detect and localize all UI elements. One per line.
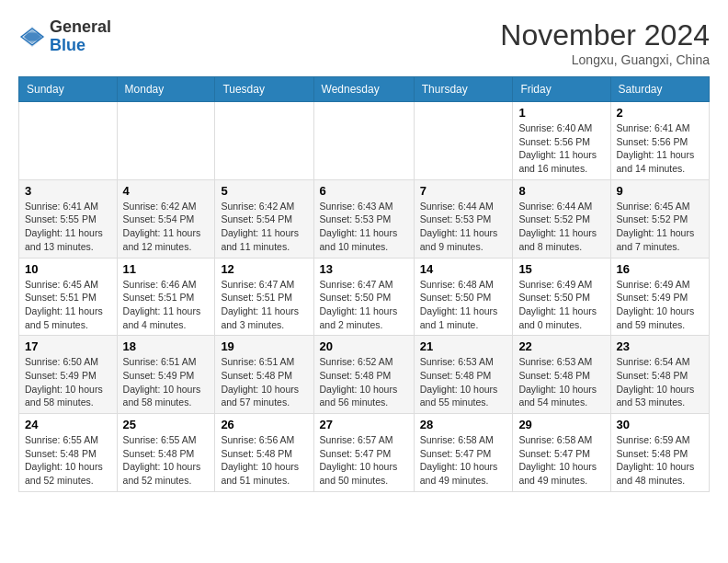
calendar-cell: 26Sunrise: 6:56 AM Sunset: 5:48 PM Dayli… <box>215 414 313 492</box>
calendar-cell: 20Sunrise: 6:52 AM Sunset: 5:48 PM Dayli… <box>313 336 414 414</box>
day-info: Sunrise: 6:47 AM Sunset: 5:51 PM Dayligh… <box>221 278 307 332</box>
calendar-cell: 11Sunrise: 6:46 AM Sunset: 5:51 PM Dayli… <box>117 258 215 336</box>
header-day-sunday: Sunday <box>19 77 118 102</box>
calendar-cell: 7Sunrise: 6:44 AM Sunset: 5:53 PM Daylig… <box>414 179 513 258</box>
day-info: Sunrise: 6:57 AM Sunset: 5:47 PM Dayligh… <box>320 433 408 488</box>
calendar-header: SundayMondayTuesdayWednesdayThursdayFrid… <box>19 77 710 102</box>
location: Longxu, Guangxi, China <box>500 52 710 67</box>
day-number: 25 <box>123 418 210 431</box>
calendar-cell <box>19 102 118 180</box>
calendar-cell: 3Sunrise: 6:41 AM Sunset: 5:55 PM Daylig… <box>19 179 118 258</box>
day-number: 5 <box>221 184 307 198</box>
day-info: Sunrise: 6:45 AM Sunset: 5:52 PM Dayligh… <box>617 200 703 254</box>
day-number: 30 <box>617 418 703 431</box>
calendar-cell: 19Sunrise: 6:51 AM Sunset: 5:48 PM Dayli… <box>215 336 313 414</box>
calendar-cell: 5Sunrise: 6:42 AM Sunset: 5:54 PM Daylig… <box>215 179 313 258</box>
calendar-cell: 17Sunrise: 6:50 AM Sunset: 5:49 PM Dayli… <box>19 336 118 414</box>
day-number: 15 <box>518 262 604 276</box>
calendar-cell: 18Sunrise: 6:51 AM Sunset: 5:49 PM Dayli… <box>117 336 215 414</box>
calendar-cell: 28Sunrise: 6:58 AM Sunset: 5:47 PM Dayli… <box>414 414 513 492</box>
calendar-week-2: 3Sunrise: 6:41 AM Sunset: 5:55 PM Daylig… <box>19 179 710 258</box>
day-number: 27 <box>320 418 408 431</box>
logo-general: General <box>50 17 111 36</box>
calendar-cell: 29Sunrise: 6:58 AM Sunset: 5:47 PM Dayli… <box>513 414 610 492</box>
calendar-cell: 2Sunrise: 6:41 AM Sunset: 5:56 PM Daylig… <box>610 102 709 180</box>
day-number: 18 <box>123 339 210 353</box>
calendar-cell: 8Sunrise: 6:44 AM Sunset: 5:52 PM Daylig… <box>513 179 610 258</box>
day-info: Sunrise: 6:47 AM Sunset: 5:50 PM Dayligh… <box>320 278 408 332</box>
day-info: Sunrise: 6:44 AM Sunset: 5:52 PM Dayligh… <box>518 200 604 254</box>
day-number: 3 <box>25 184 111 198</box>
month-title: November 2024 <box>500 18 710 52</box>
calendar-cell: 1Sunrise: 6:40 AM Sunset: 5:56 PM Daylig… <box>513 102 610 180</box>
day-number: 29 <box>518 418 604 431</box>
day-info: Sunrise: 6:58 AM Sunset: 5:47 PM Dayligh… <box>420 433 507 488</box>
logo: General Blue <box>18 18 111 55</box>
logo-icon <box>18 23 46 51</box>
day-number: 1 <box>518 106 604 120</box>
day-number: 11 <box>123 262 210 276</box>
calendar-cell: 30Sunrise: 6:59 AM Sunset: 5:48 PM Dayli… <box>610 414 709 492</box>
calendar-cell: 25Sunrise: 6:55 AM Sunset: 5:48 PM Dayli… <box>117 414 215 492</box>
day-number: 19 <box>221 339 307 353</box>
day-number: 26 <box>221 418 307 431</box>
day-number: 8 <box>518 184 604 198</box>
calendar-cell <box>414 102 513 180</box>
calendar-cell: 22Sunrise: 6:53 AM Sunset: 5:48 PM Dayli… <box>513 336 610 414</box>
calendar-cell: 16Sunrise: 6:49 AM Sunset: 5:49 PM Dayli… <box>610 258 709 336</box>
day-number: 7 <box>420 184 507 198</box>
day-info: Sunrise: 6:54 AM Sunset: 5:48 PM Dayligh… <box>617 355 703 409</box>
calendar-cell: 14Sunrise: 6:48 AM Sunset: 5:50 PM Dayli… <box>414 258 513 336</box>
logo-blue: Blue <box>50 36 85 54</box>
calendar-week-4: 17Sunrise: 6:50 AM Sunset: 5:49 PM Dayli… <box>19 336 710 414</box>
header-day-friday: Friday <box>513 77 610 102</box>
calendar-cell <box>117 102 215 180</box>
calendar-cell: 21Sunrise: 6:53 AM Sunset: 5:48 PM Dayli… <box>414 336 513 414</box>
day-number: 24 <box>25 418 111 431</box>
calendar-body: 1Sunrise: 6:40 AM Sunset: 5:56 PM Daylig… <box>19 102 710 492</box>
day-info: Sunrise: 6:43 AM Sunset: 5:53 PM Dayligh… <box>320 200 408 254</box>
day-number: 9 <box>617 184 703 198</box>
logo-text: General Blue <box>50 18 111 55</box>
calendar-cell: 6Sunrise: 6:43 AM Sunset: 5:53 PM Daylig… <box>313 179 414 258</box>
calendar-cell: 10Sunrise: 6:45 AM Sunset: 5:51 PM Dayli… <box>19 258 118 336</box>
day-info: Sunrise: 6:46 AM Sunset: 5:51 PM Dayligh… <box>123 278 210 332</box>
calendar-week-3: 10Sunrise: 6:45 AM Sunset: 5:51 PM Dayli… <box>19 258 710 336</box>
calendar-cell <box>313 102 414 180</box>
day-info: Sunrise: 6:56 AM Sunset: 5:48 PM Dayligh… <box>221 433 307 488</box>
day-info: Sunrise: 6:49 AM Sunset: 5:49 PM Dayligh… <box>617 278 703 332</box>
day-number: 4 <box>123 184 210 198</box>
day-number: 23 <box>617 339 703 353</box>
day-info: Sunrise: 6:53 AM Sunset: 5:48 PM Dayligh… <box>420 355 507 409</box>
day-number: 14 <box>420 262 507 276</box>
day-info: Sunrise: 6:59 AM Sunset: 5:48 PM Dayligh… <box>617 433 703 488</box>
calendar-cell: 23Sunrise: 6:54 AM Sunset: 5:48 PM Dayli… <box>610 336 709 414</box>
day-info: Sunrise: 6:58 AM Sunset: 5:47 PM Dayligh… <box>518 433 604 488</box>
day-info: Sunrise: 6:48 AM Sunset: 5:50 PM Dayligh… <box>420 278 507 332</box>
day-number: 16 <box>617 262 703 276</box>
calendar-cell: 9Sunrise: 6:45 AM Sunset: 5:52 PM Daylig… <box>610 179 709 258</box>
day-number: 6 <box>320 184 408 198</box>
calendar-cell: 15Sunrise: 6:49 AM Sunset: 5:50 PM Dayli… <box>513 258 610 336</box>
day-info: Sunrise: 6:42 AM Sunset: 5:54 PM Dayligh… <box>123 200 210 254</box>
day-info: Sunrise: 6:44 AM Sunset: 5:53 PM Dayligh… <box>420 200 507 254</box>
day-info: Sunrise: 6:55 AM Sunset: 5:48 PM Dayligh… <box>123 433 210 488</box>
day-number: 2 <box>617 106 703 120</box>
title-block: November 2024 Longxu, Guangxi, China <box>500 18 710 67</box>
calendar-cell: 13Sunrise: 6:47 AM Sunset: 5:50 PM Dayli… <box>313 258 414 336</box>
day-number: 10 <box>25 262 111 276</box>
day-number: 13 <box>320 262 408 276</box>
day-info: Sunrise: 6:40 AM Sunset: 5:56 PM Dayligh… <box>518 121 604 176</box>
day-number: 22 <box>518 339 604 353</box>
header-row: SundayMondayTuesdayWednesdayThursdayFrid… <box>19 77 710 102</box>
header-day-saturday: Saturday <box>610 77 709 102</box>
day-info: Sunrise: 6:49 AM Sunset: 5:50 PM Dayligh… <box>518 278 604 332</box>
header-day-tuesday: Tuesday <box>215 77 313 102</box>
calendar-cell: 27Sunrise: 6:57 AM Sunset: 5:47 PM Dayli… <box>313 414 414 492</box>
calendar-week-5: 24Sunrise: 6:55 AM Sunset: 5:48 PM Dayli… <box>19 414 710 492</box>
day-info: Sunrise: 6:55 AM Sunset: 5:48 PM Dayligh… <box>25 433 111 488</box>
calendar-week-1: 1Sunrise: 6:40 AM Sunset: 5:56 PM Daylig… <box>19 102 710 180</box>
page-header: General Blue November 2024 Longxu, Guang… <box>18 18 710 67</box>
day-number: 21 <box>420 339 507 353</box>
calendar-cell: 24Sunrise: 6:55 AM Sunset: 5:48 PM Dayli… <box>19 414 118 492</box>
